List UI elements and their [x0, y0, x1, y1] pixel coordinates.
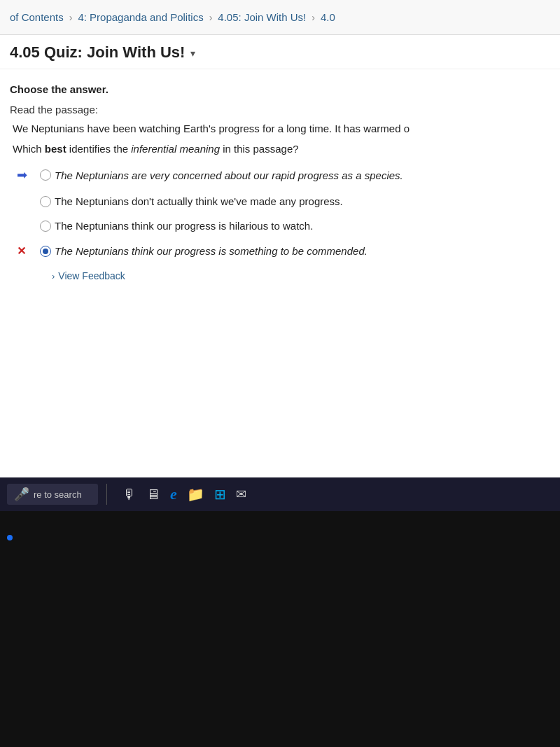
breadcrumb-sep-1: ›: [69, 12, 73, 23]
taskbar-mail-icon[interactable]: ✉: [236, 487, 246, 502]
breadcrumb-lesson[interactable]: 4.05: Join With Us!: [218, 11, 306, 23]
breadcrumb: of Contents › 4: Propaganda and Politics…: [0, 0, 560, 35]
quiz-read-label: Read the passage:: [10, 104, 550, 116]
option-row-1[interactable]: ➡ The Neptunians are very concerned abou…: [17, 167, 550, 183]
option-4-x-indicator: ✕: [17, 244, 36, 258]
taskbar-edge-icon[interactable]: e: [170, 485, 177, 503]
taskbar-search-text: re to search: [34, 489, 82, 500]
feedback-chevron-icon: ›: [52, 271, 55, 281]
radio-dot-4: [43, 249, 48, 254]
option-4-radio[interactable]: [36, 246, 55, 257]
option-row-4[interactable]: ✕ The Neptunians think our progress is s…: [17, 244, 550, 258]
options-list: ➡ The Neptunians are very concerned abou…: [10, 167, 550, 258]
taskbar-mic-standalone-icon[interactable]: 🎙: [122, 487, 136, 503]
taskbar-icons: 🎙 🖥 e 📁 ⊞ ✉: [122, 485, 246, 503]
taskbar-divider-1: [106, 484, 107, 505]
radio-circle-1: [40, 169, 51, 181]
taskbar: 🎤 re to search 🎙 🖥 e 📁 ⊞ ✉: [0, 477, 560, 511]
taskbar-mic-icon: 🎤: [14, 487, 29, 502]
quiz-passage: We Neptunians have been watching Earth's…: [10, 123, 550, 134]
option-row-3[interactable]: The Neptunians think our progress is hil…: [17, 220, 550, 232]
option-1-text: The Neptunians are very concerned about …: [55, 169, 550, 181]
quiz-title-bar: 4.05 Quiz: Join With Us! ▾: [0, 35, 560, 69]
quiz-question: Which best identifies the inferential me…: [10, 143, 550, 155]
view-feedback[interactable]: › View Feedback: [10, 270, 550, 281]
taskbar-search[interactable]: 🎤 re to search: [7, 484, 98, 505]
option-1-radio[interactable]: [36, 169, 55, 181]
quiz-area: of Contents › 4: Propaganda and Politics…: [0, 0, 560, 511]
taskbar-folder-icon[interactable]: 📁: [187, 486, 204, 503]
passage-text-content: We Neptunians have been watching Earth's…: [13, 123, 410, 134]
option-2-text: The Neptunians don't actually think we'v…: [55, 195, 550, 207]
breadcrumb-sep-3: ›: [312, 12, 315, 23]
arrow-icon: ➡: [17, 167, 27, 183]
quiz-title: 4.05 Quiz: Join With Us!: [10, 43, 185, 62]
option-2-radio[interactable]: [36, 196, 55, 207]
taskbar-windows-icon[interactable]: ⊞: [214, 486, 226, 503]
radio-circle-2: [40, 196, 51, 207]
breadcrumb-toc[interactable]: of Contents: [10, 11, 64, 23]
radio-circle-3: [40, 221, 51, 232]
option-1-arrow-indicator: ➡: [17, 167, 36, 183]
breadcrumb-sep-2: ›: [209, 12, 213, 23]
blue-dot-indicator: [7, 535, 13, 540]
quiz-instruction: Choose the answer.: [10, 83, 550, 95]
option-3-radio[interactable]: [36, 221, 55, 232]
x-icon: ✕: [17, 244, 26, 258]
option-row-2[interactable]: The Neptunians don't actually think we'v…: [17, 195, 550, 207]
radio-circle-4: [40, 246, 51, 257]
feedback-label[interactable]: View Feedback: [58, 270, 125, 281]
option-3-text: The Neptunians think our progress is hil…: [55, 220, 550, 232]
taskbar-desktop-icon[interactable]: 🖥: [146, 487, 160, 503]
breadcrumb-current: 4.0: [321, 11, 335, 23]
option-4-text: The Neptunians think our progress is som…: [55, 245, 550, 257]
breadcrumb-unit4[interactable]: 4: Propaganda and Politics: [78, 11, 203, 23]
quiz-dropdown-arrow[interactable]: ▾: [190, 48, 195, 59]
dark-bottom-area: [0, 511, 560, 747]
quiz-content: Choose the answer. Read the passage: We …: [0, 69, 560, 293]
